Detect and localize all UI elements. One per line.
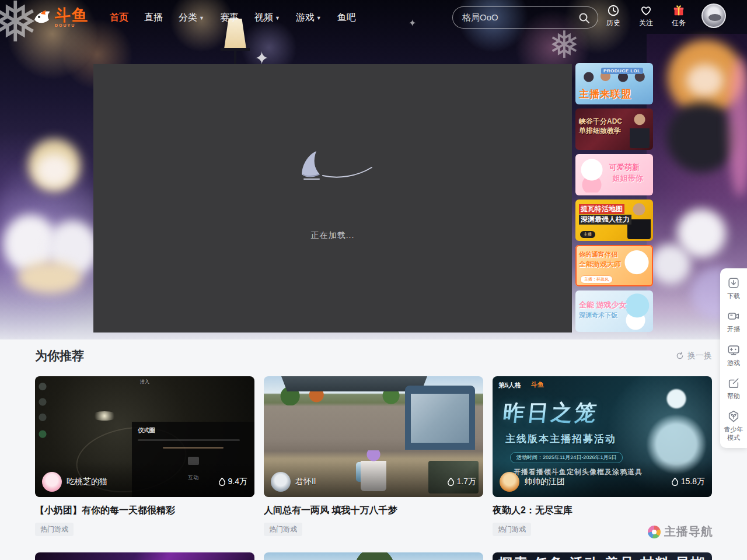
heat-flame-icon [218, 478, 226, 487]
banner-game-girl[interactable]: 全能 游戏少女 深渊奇术下饭 [575, 290, 653, 332]
stream-title[interactable]: 夜勤人2：无尽宝库 [493, 505, 712, 517]
category-tag[interactable]: 热门游戏 [493, 523, 531, 536]
event-subtitle: 主线版本主播招募活动 [505, 432, 616, 446]
nav-item-video[interactable]: 视频▼ [254, 12, 280, 24]
partial-thumbnail[interactable] [264, 552, 483, 560]
shark-fin-loading-icon [289, 149, 376, 183]
douyu-homepage: ❅ ❅ ✦ ✦ ✦ [0, 0, 747, 560]
start-broadcast-button[interactable]: 开播 [724, 310, 743, 333]
banner-anime-art [619, 292, 652, 331]
next-card-row-partial: 探索 任务 活动 美品 材料 昆蝴 [35, 552, 712, 560]
gift-icon [672, 4, 685, 17]
history-icon [607, 4, 620, 17]
camera-icon [727, 310, 740, 323]
heat-flame-icon [671, 478, 679, 487]
refresh-icon [675, 351, 685, 360]
lamp-cap-decoration [221, 48, 250, 51]
banner-anchor-league[interactable]: PRODUCE LOL 主播来联盟 [575, 63, 653, 104]
chevron-down-icon: ▼ [275, 15, 280, 21]
recommend-section: 为你推荐 换一换 潜入 仪式圈 [0, 340, 747, 560]
banner-night-companion-active[interactable]: 你的通宵伴侣 全能游戏大师 主播：林疏风 [575, 245, 653, 286]
douyu-logo[interactable]: 斗鱼 DOUYU [33, 8, 89, 27]
search-input[interactable]: 格局OoO [462, 12, 498, 23]
live-banner-list: PRODUCE LOL 主播来联盟 峡谷千分ADC 单排细致教学 可爱萌新 姐姐… [575, 63, 653, 332]
stream-thumbnail[interactable]: 潜入 仪式圈 互动 吃桃芝的猫 [35, 376, 254, 497]
user-avatar[interactable] [701, 4, 726, 28]
stream-card-2[interactable]: 君怀Il 1.7万 人间总有一两风 填我十万八千梦 热门游戏 [264, 376, 483, 536]
streamer-avatar[interactable] [42, 472, 62, 492]
banner-title: 提瓦特活地图 [579, 204, 624, 214]
chevron-down-icon: ▼ [199, 15, 204, 21]
game-logo-text: 第5人格 [498, 381, 521, 390]
main-nav: 首页 直播 分类▼ 赛事 视频▼ 游戏▼ 鱼吧 [110, 12, 356, 24]
thumbnail-overlay-text: 探索 任务 活动 美品 材料 昆蝴 [498, 554, 706, 560]
nav-item-yuba[interactable]: 鱼吧 [337, 12, 356, 24]
panel-title: 仪式圈 [138, 426, 249, 435]
nav-item-games[interactable]: 游戏▼ [296, 12, 322, 24]
star-decoration: ✦ [689, 123, 699, 136]
banner-person-art [630, 113, 650, 148]
banner-cute-newbie[interactable]: 可爱萌新 姐姐带你 [575, 154, 653, 195]
edit-pencil-icon [727, 377, 740, 390]
lamp-pole-decoration [234, 51, 236, 65]
floating-toolbar: 下载 开播 游戏 帮助 [720, 268, 747, 448]
viewer-count: 9.4万 [218, 477, 247, 487]
banner-teyvat-map[interactable]: 提瓦特活地图 深渊最强人柱力 主播 [575, 200, 653, 241]
search-box[interactable]: 格局OoO [452, 6, 598, 29]
chevron-down-icon: ▼ [316, 15, 322, 21]
category-tag[interactable]: 热门游戏 [35, 523, 74, 536]
banner-title: 全能 游戏少女 [579, 300, 627, 310]
bus-shelter-art [405, 386, 475, 450]
top-navigation-bar: 斗鱼 DOUYU 首页 直播 分类▼ 赛事 视频▼ 游戏▼ 鱼吧 格局OoO [0, 0, 747, 35]
stream-thumbnail[interactable]: 君怀Il 1.7万 [264, 376, 483, 497]
follow-button[interactable]: 关注 [636, 4, 656, 28]
help-feedback-button[interactable]: 帮助 [724, 377, 743, 400]
section-header: 为你推荐 换一换 [35, 348, 712, 364]
stream-card-3[interactable]: 第5人格 斗鱼 昨日之笼 主线版本主播招募活动 活动时间：2025年11月24日… [493, 376, 712, 536]
plush-doll-artwork [0, 133, 96, 338]
task-button[interactable]: 任务 [669, 4, 689, 28]
search-icon[interactable] [578, 12, 591, 24]
nav-item-live[interactable]: 直播 [144, 12, 163, 24]
game-monitor-icon [727, 344, 740, 356]
banner-subtitle: 姐姐带你 [613, 173, 643, 184]
banner-title: 峡谷千分ADC [579, 117, 622, 127]
stream-card-row: 潜入 仪式圈 互动 吃桃芝的猫 [35, 376, 712, 536]
nav-item-categories[interactable]: 分类▼ [179, 12, 204, 24]
stream-title[interactable]: 人间总有一两风 填我十万八千梦 [264, 505, 483, 517]
streamer-name[interactable]: 帅帅的汪团 [524, 477, 565, 487]
partial-thumbnail[interactable] [35, 552, 254, 560]
stream-title[interactable]: 【小奶团】有你的每一天都很精彩 [35, 505, 254, 517]
pinwheel-icon [648, 526, 661, 538]
streamer-avatar[interactable] [271, 472, 291, 492]
banner-adc-teaching[interactable]: 峡谷千分ADC 单排细致教学 [575, 108, 653, 150]
streamer-avatar[interactable] [500, 472, 519, 492]
thumbnail-info-bar: 君怀Il 1.7万 [264, 467, 483, 497]
thumbnail-info-bar: 帅帅的汪团 15.8万 [493, 467, 712, 497]
streamer-name[interactable]: 君怀Il [295, 477, 316, 487]
history-button[interactable]: 历史 [603, 4, 623, 28]
video-player[interactable]: 正在加载... [93, 64, 572, 332]
download-icon [727, 276, 740, 289]
viewer-count: 1.7万 [447, 477, 476, 487]
refresh-button[interactable]: 换一换 [675, 351, 712, 361]
teen-mode-sprout-icon [727, 410, 740, 423]
banner-subtitle: 全能游戏大师 [579, 260, 621, 270]
loading-text: 正在加载... [93, 230, 572, 241]
partial-thumbnail[interactable]: 探索 任务 活动 美品 材料 昆蝴 [493, 552, 712, 560]
nav-item-home[interactable]: 首页 [110, 12, 128, 24]
stream-thumbnail[interactable]: 第5人格 斗鱼 昨日之笼 主线版本主播招募活动 活动时间：2025年11月24日… [493, 376, 712, 497]
thumbnail-info-bar: 吃桃芝的猫 9.4万 [35, 467, 254, 497]
heat-flame-icon [447, 478, 455, 487]
banner-title: 可爱萌新 [609, 162, 640, 173]
download-button[interactable]: 下载 [724, 276, 743, 300]
banner-anime-art [577, 158, 607, 192]
game-center-button[interactable]: 游戏 [724, 344, 743, 367]
teen-mode-button[interactable]: 青少年模式 [724, 410, 743, 442]
flashlight-glow [91, 411, 118, 421]
banner-subtitle: 单排细致教学 [579, 126, 621, 136]
stream-card-1[interactable]: 潜入 仪式圈 互动 吃桃芝的猫 [35, 376, 254, 536]
category-tag[interactable]: 热门游戏 [264, 523, 302, 536]
nav-item-esports[interactable]: 赛事 [220, 12, 239, 24]
streamer-name[interactable]: 吃桃芝的猫 [67, 477, 107, 487]
